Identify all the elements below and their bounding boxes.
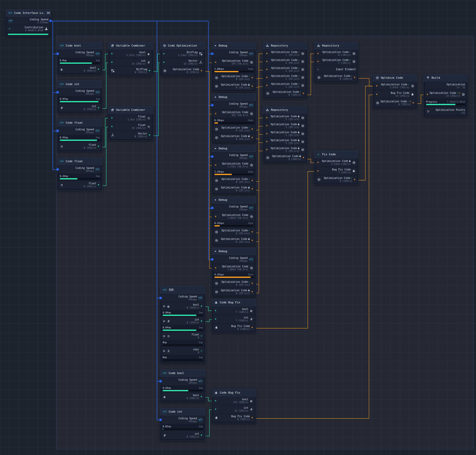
- blue-port[interactable]: [57, 168, 59, 170]
- tri-orange-port[interactable]: ▼: [317, 170, 319, 172]
- node-code-int-2[interactable]: </>Code intCoding Speed291ops</>0.01op1o…: [160, 408, 205, 441]
- node-repository-1[interactable]: Repository▼Optimization Code✓1 [29.1/s]▼…: [263, 42, 307, 98]
- node-header[interactable]: </>IDE: [160, 286, 205, 294]
- tri-orange-port[interactable]: ▼: [251, 85, 253, 87]
- tri-orange-port[interactable]: ▼: [251, 179, 253, 182]
- node-header[interactable]: </>Code int: [160, 408, 205, 415]
- tri-orange-port[interactable]: ▼: [266, 84, 268, 87]
- blue-port[interactable]: [160, 297, 162, 299]
- node-fix-code[interactable]: ✓Fix Code▼Optimization Code3.53e4 [145/s…: [314, 151, 358, 185]
- blue-port[interactable]: [211, 156, 213, 158]
- tri-orange-port[interactable]: ▼: [251, 291, 253, 293]
- tri-teal-port[interactable]: ▼: [148, 70, 151, 72]
- blue-port[interactable]: [160, 419, 162, 421]
- tri-teal-port[interactable]: ▼: [111, 61, 113, 63]
- blue-port[interactable]: [211, 104, 213, 106]
- tri-orange-port[interactable]: ▼: [200, 70, 203, 72]
- tri-teal-h-port[interactable]: ▽: [200, 335, 203, 337]
- blue-port[interactable]: [49, 20, 51, 22]
- tri-orange-port[interactable]: ▼: [353, 76, 356, 79]
- tri-orange-port[interactable]: ▼: [214, 267, 217, 269]
- tri-orange-port[interactable]: ▼: [266, 117, 268, 119]
- tri-orange-port[interactable]: ▼: [375, 85, 378, 87]
- tri-orange-port[interactable]: ▼: [251, 128, 253, 130]
- node-header[interactable]: ▶Debug: [212, 248, 256, 255]
- node-header[interactable]: </>Code int: [57, 81, 102, 88]
- blue-port[interactable]: [211, 258, 213, 260]
- tri-orange-port[interactable]: ▼: [353, 178, 356, 181]
- node-header[interactable]: Repository: [263, 42, 307, 49]
- node-header[interactable]: </>Code Interface Lv. 16: [6, 10, 51, 17]
- node-header[interactable]: </>Code float: [57, 119, 102, 126]
- tri-teal-port[interactable]: ▼: [200, 434, 203, 436]
- node-layer[interactable]: </>Code Interface Lv. 16</>Coding Speed3…: [0, 0, 476, 455]
- node-optimize-code[interactable]: Optimize Code▼Optimization Code✓1.87e5 […: [373, 74, 417, 108]
- tri-teal-port[interactable]: ▼: [214, 400, 217, 402]
- node-debug-1[interactable]: ▶DebugCoding Speed291ops</>▼Optimization…: [212, 42, 256, 92]
- tri-orange-port[interactable]: ▼: [214, 113, 217, 115]
- node-debug-3[interactable]: ▶DebugCoding Speed291ops</>▼Optimization…: [212, 145, 256, 194]
- node-header[interactable]: Repository: [314, 42, 358, 49]
- node-debug-5[interactable]: ▶DebugCoding Speed291ops</>▼Optimization…: [212, 248, 256, 297]
- node-var-combiner-2[interactable]: Variable Combiner▼float1.3e3 [291/s]π▼fl…: [108, 106, 153, 140]
- tri-orange-port[interactable]: ▼: [426, 93, 429, 96]
- node-header[interactable]: Repository: [263, 106, 307, 114]
- node-var-combiner-1[interactable]: Variable Combiner▼bool3.17e3 [291/s]◐▼in…: [108, 42, 153, 76]
- tri-teal-port[interactable]: ▼: [111, 117, 113, 119]
- node-debug-4[interactable]: ▶DebugCoding Speed291ops</>▼Optimization…: [212, 196, 256, 246]
- node-code-bool-1[interactable]: </>Code boolCoding Speed291ops</>0.8op1o…: [57, 42, 102, 75]
- tri-orange-port[interactable]: ▼: [266, 141, 268, 143]
- tri-orange-port[interactable]: ▼: [214, 61, 217, 63]
- node-code-float-2[interactable]: </>Code floatCoding Speed291ops</>0.44op…: [57, 158, 102, 190]
- node-repository-3[interactable]: Repository▼Optimization Code✓0 [145/s]▼O…: [314, 42, 358, 83]
- tri-orange-port[interactable]: ▼: [266, 149, 268, 151]
- tri-orange-port[interactable]: ▼: [251, 231, 253, 233]
- node-header[interactable]: Code Optimization: [160, 42, 205, 49]
- tri-orange-port[interactable]: ▼: [317, 52, 319, 55]
- tri-teal-port[interactable]: ▼: [214, 318, 217, 320]
- tri-orange-port[interactable]: ▼: [251, 77, 253, 79]
- tri-orange-port[interactable]: ▼: [375, 93, 378, 96]
- tri-orange-port[interactable]: ▼: [266, 68, 268, 71]
- tri-teal-port[interactable]: ▼: [200, 305, 203, 307]
- tri-orange-port[interactable]: ▼: [317, 60, 319, 63]
- tri-teal-port[interactable]: ▼: [163, 61, 165, 63]
- blue-port[interactable]: [211, 53, 213, 55]
- tri-orange-port[interactable]: ▼: [266, 60, 268, 63]
- blue-port[interactable]: [160, 380, 162, 382]
- node-header[interactable]: Variable Combiner: [108, 42, 153, 49]
- tri-teal-port[interactable]: ▼: [97, 68, 100, 70]
- node-header[interactable]: Code Bug Fix: [212, 389, 256, 396]
- tri-teal-port[interactable]: ▼: [200, 320, 203, 322]
- node-header[interactable]: ✓Fix Code: [314, 151, 358, 158]
- tri-orange-port[interactable]: ▼: [251, 188, 253, 190]
- tri-orange-port[interactable]: ▼: [266, 52, 268, 55]
- tri-orange-port[interactable]: ▼: [412, 102, 415, 104]
- tri-orange-port[interactable]: ▼: [266, 76, 268, 79]
- node-code-bug-fix-2[interactable]: Code Bug Fix▼bool715 [291/s]◐▼int15 [291…: [212, 389, 256, 423]
- node-header[interactable]: ▶Debug: [212, 145, 256, 152]
- tri-teal-port[interactable]: ▼: [214, 408, 217, 411]
- tri-teal-port[interactable]: ▼: [148, 134, 151, 136]
- tri-orange-port[interactable]: ▼: [251, 239, 253, 242]
- tri-teal-port[interactable]: ▼: [111, 53, 113, 55]
- tri-teal-port[interactable]: ▼: [97, 184, 100, 186]
- node-header[interactable]: Code Bug Fix: [212, 299, 256, 306]
- tri-orange-port[interactable]: ▼: [214, 215, 217, 218]
- node-header[interactable]: ▶Debug: [212, 42, 256, 49]
- node-header[interactable]: Optimize Code: [373, 74, 417, 81]
- node-code-bug-fix-1[interactable]: Code Bug Fix▼bool7 [145/s]◐▼int7 [145/s]…: [212, 299, 256, 333]
- node-header[interactable]: Build: [424, 74, 468, 81]
- node-repository-2[interactable]: Repository▼Optimization Code2 [29.1/s]▼O…: [263, 106, 307, 163]
- tri-teal-port[interactable]: ▼: [97, 107, 100, 109]
- tri-teal-port[interactable]: ▼: [97, 145, 100, 148]
- node-header[interactable]: </>Code float: [57, 158, 102, 165]
- tri-orange-port[interactable]: ▼: [266, 125, 268, 127]
- node-code-bool-2[interactable]: </>Code boolCoding Speed291ops</>0.64op1…: [160, 369, 205, 402]
- tri-teal-port[interactable]: ▼: [163, 53, 165, 55]
- tri-teal-h-port[interactable]: ▽: [8, 28, 11, 30]
- tri-gray-h-port[interactable]: ▽: [317, 68, 319, 71]
- node-header[interactable]: ▶Debug: [212, 94, 256, 101]
- tri-orange-port[interactable]: ▼: [266, 133, 268, 135]
- tri-orange-port[interactable]: ▼: [251, 136, 253, 139]
